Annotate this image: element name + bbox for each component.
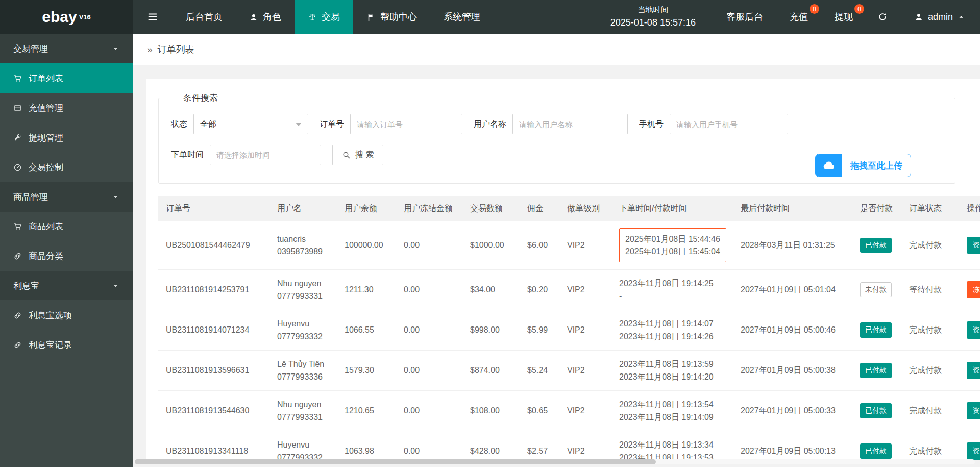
cell-last-pay: 2028年03月11日 01:31:25 [733,221,852,270]
cell-amount: $428.00 [462,431,520,460]
nav-item[interactable]: 系统管理 [430,0,494,34]
order-no-input[interactable] [350,114,462,134]
cell-amount: $108.00 [462,391,520,431]
sidebar-group-header[interactable]: 商品管理 [0,182,133,212]
sidebar-item[interactable]: 交易控制 [0,152,133,182]
cell-times: 2023年11月08日 19:13:54 2023年11月08日 19:14:0… [611,391,733,431]
order-no-text: UB2311081913341118 [166,447,248,455]
user-name: Huyenvu [277,317,329,330]
user-name: Lê Thủy Tiên [277,358,329,370]
column-header: 是否付款 [852,196,901,221]
cell-pay-status: 已付款 [852,351,901,391]
sidebar-item[interactable]: 提现管理 [0,123,133,152]
sidebar-group-header[interactable]: 交易管理 [0,34,133,63]
nav-item[interactable]: 交易 [295,0,353,34]
scrollbar-thumb[interactable] [135,459,656,464]
sidebar-item[interactable]: 利息宝记录 [0,330,133,360]
sidebar: 交易管理 订单列表 充值管理 提现管理 交易控制 商品管理 商品列表 商品分类 … [0,34,133,467]
admin-menu[interactable]: admin [899,0,980,34]
order-time: 2025年01月08日 15:44:46 [625,232,720,245]
cell-level: VIP2 [559,351,611,391]
cell-amount: $34.00 [462,270,520,310]
cell-order-no: UB2311081913341118 [158,431,270,460]
phone-label: 手机号 [639,119,664,130]
balance-icon [308,12,317,22]
cell-commission: $5.99 [520,310,559,351]
table-header-row: 订单号用户名用户余额用户冻结金额交易数额佣金做单级别下单时间/付款时间最后付款时… [158,196,980,221]
sidebar-item[interactable]: 利息宝选项 [0,300,133,330]
order-no-text: UB2311081913544630 [166,406,249,415]
horizontal-scrollbar[interactable] [135,459,975,464]
sidebar-group-header[interactable]: 利息宝 [0,271,133,300]
search-button-label: 搜 索 [355,150,374,160]
table-row: UB2311081913341118 Huyenvu 0777993332 10… [158,431,980,460]
nav-item[interactable]: 帮助中心 [353,0,430,34]
order-time-input[interactable] [210,145,321,165]
sidebar-item[interactable]: 商品分类 [0,241,133,271]
search-panel: 条件搜索 状态 全部 订单号 用户名称 手 [158,92,955,184]
notification-badge: 0 [854,4,864,14]
cell-amount: $998.00 [462,310,520,351]
nav-item[interactable]: 后台首页 [173,0,236,34]
sidebar-item[interactable]: 订单列表 [0,63,133,93]
cell-frozen: 0.00 [396,351,462,391]
search-icon [342,151,351,159]
local-time-value: 2025-01-08 15:57:16 [610,16,696,30]
row-action-button[interactable]: 资金 [967,402,980,419]
cell-commission: $0.20 [520,270,559,310]
order-time: 2023年11月08日 19:13:54 [619,398,725,411]
breadcrumb-label: 订单列表 [158,43,194,56]
header-right: 当地时间 2025-01-08 15:57:16 客服后台 充值 0 提现 0 … [593,0,980,34]
column-header: 用户冻结金额 [396,196,462,221]
cell-order-status: 等待付款 [901,270,959,310]
table-row: UB2311081913596631 Lê Thủy Tiên 07779933… [158,351,980,391]
cell-action: 资金 [959,310,980,351]
person-icon [914,12,923,21]
row-action-button[interactable]: 资金 [967,442,980,460]
orders-table: 订单号用户名用户余额用户冻结金额交易数额佣金做单级别下单时间/付款时间最后付款时… [158,196,980,460]
user-name: Nhu nguyen [277,277,329,290]
nav-item-label: 帮助中心 [380,11,417,23]
nav-item-label: 后台首页 [186,11,223,23]
header-quick-link[interactable]: 提现 0 [821,0,866,34]
user-phone: 0777993336 [277,370,329,383]
user-phone: 0777993332 [277,330,329,343]
cell-order-status: 完成付款 [901,391,959,431]
cell-commission: $2.57 [520,431,559,460]
user-name-input[interactable] [512,114,628,134]
row-action-button[interactable]: 资金 [967,237,980,254]
header-quick-link[interactable]: 客服后台 [713,0,776,34]
wrench-icon [13,133,22,142]
top-nav: 后台首页 角色 交易 帮助中心 系统管理 [173,0,494,34]
cell-times: 2023年11月08日 19:13:34 2023年11月08日 19:13:5… [611,431,733,460]
cell-username: Huyenvu 0777993332 [270,431,337,460]
link-icon [13,252,22,261]
row-action-button[interactable]: 资金 [967,362,980,379]
chevron-down-icon [112,45,119,53]
pay-status-badge: 已付款 [860,443,892,459]
cell-order-no: UB2311081914071234 [158,310,270,351]
order-no-text: UB2311081914253791 [166,285,249,294]
quick-links: 客服后台 充值 0 提现 0 [713,0,866,34]
breadcrumb-icon: » [147,44,153,55]
row-action-button[interactable]: 冻结 [967,281,980,298]
order-no-text: UB2501081544462479 [166,241,250,249]
cloud-upload-icon [816,154,842,177]
cell-pay-status: 已付款 [852,221,901,270]
hamburger-button[interactable] [133,0,173,34]
row-action-button[interactable]: 资金 [967,321,980,339]
sidebar-item[interactable]: 充值管理 [0,93,133,123]
header-quick-link[interactable]: 充值 0 [776,0,821,34]
search-panel-legend: 条件搜索 [178,92,223,104]
upload-dropzone[interactable]: 拖拽至此上传 [815,154,911,177]
nav-item[interactable]: 角色 [236,0,295,34]
phone-input[interactable] [670,114,788,134]
status-select-value: 全部 [200,119,216,130]
sidebar-item[interactable]: 商品列表 [0,212,133,241]
status-select[interactable]: 全部 [193,114,308,134]
search-button[interactable]: 搜 索 [332,145,383,165]
cell-order-no: UB2311081913596631 [158,351,270,391]
order-time: 2023年11月08日 19:13:34 [619,438,725,451]
refresh-button[interactable] [866,0,899,34]
pay-status-badge: 已付款 [860,363,892,378]
